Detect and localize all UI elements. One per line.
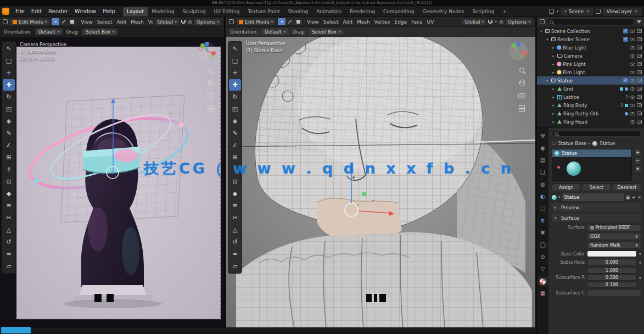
radius-x-field[interactable]: 1.000 — [587, 268, 637, 274]
outliner-row-ring-head[interactable]: ▸ Ring Head — [537, 118, 644, 126]
menu-edit[interactable]: Edit — [28, 8, 45, 14]
menu-select[interactable]: Select — [95, 19, 115, 25]
loop-cut-tool[interactable]: ≡ — [229, 200, 241, 211]
annotate-tool[interactable]: ✎ — [3, 127, 15, 139]
material-browse-icon[interactable] — [552, 195, 557, 200]
add-workspace-button[interactable]: + — [499, 7, 511, 16]
tab-modifiers[interactable]: ⚙ — [538, 216, 548, 225]
render-visibility-icon[interactable] — [637, 29, 642, 33]
preview-section-header[interactable]: ▸ Preview — [552, 203, 641, 211]
new-material-icon[interactable]: + — [632, 194, 636, 200]
radius-y-field[interactable]: 0.200 — [587, 275, 637, 281]
tweak-select-tool[interactable]: ↖ — [3, 43, 15, 54]
eye-icon[interactable] — [630, 87, 635, 91]
tab-render[interactable]: ◉ — [538, 144, 548, 153]
orientation-setting-dropdown[interactable]: Default ▾ — [261, 29, 289, 35]
knife-tool[interactable]: ✂ — [229, 212, 241, 224]
tab-output[interactable]: ▤ — [538, 156, 548, 165]
tab-layout[interactable]: Layout — [123, 7, 148, 16]
tab-constraints[interactable]: ⊖ — [538, 253, 548, 261]
zoom-icon[interactable] — [519, 68, 524, 73]
camera-view-icon[interactable] — [518, 93, 525, 98]
menu-render[interactable]: Render — [45, 8, 71, 14]
properties-search-input[interactable] — [552, 130, 641, 137]
shear-tool[interactable]: ▱ — [3, 260, 15, 272]
orientation-setting-dropdown[interactable]: Default ▾ — [35, 29, 63, 35]
expand-caret-icon[interactable]: ▸ — [551, 54, 556, 58]
bevel-tool[interactable]: ◆ — [3, 188, 15, 199]
render-visibility-icon[interactable] — [637, 70, 642, 74]
mode-dropdown[interactable]: Edit Mode ▾ — [10, 19, 49, 25]
expand-caret-icon[interactable]: ▸ — [551, 70, 556, 75]
checkbox-icon[interactable]: ✓ — [623, 37, 628, 42]
poly-build-tool[interactable]: △ — [3, 224, 15, 236]
tab-object[interactable]: □ — [538, 204, 548, 213]
unlink-icon[interactable]: × — [637, 194, 641, 200]
radius-z-field[interactable]: 0.100 — [587, 282, 637, 288]
render-visibility-icon[interactable] — [637, 112, 642, 115]
orientation-dropdown[interactable]: Global ▾ — [155, 19, 179, 25]
edge-select-button[interactable] — [60, 18, 68, 25]
menu-edge[interactable]: Edge — [393, 19, 410, 25]
expand-caret-icon[interactable]: ▸ — [551, 46, 556, 50]
editor-type-icon[interactable] — [3, 19, 8, 24]
poly-build-tool[interactable]: △ — [229, 224, 241, 236]
select-box-tool[interactable]: □ — [3, 55, 15, 66]
move-tool[interactable]: ✚ — [3, 79, 15, 91]
navigation-gizmo[interactable] — [508, 41, 528, 61]
menu-vertex[interactable]: Vertex — [146, 19, 153, 25]
expand-caret-icon[interactable]: ▸ — [551, 112, 556, 116]
subsurface-color-field[interactable] — [587, 290, 641, 297]
inset-faces-tool[interactable]: ⊡ — [3, 176, 15, 187]
cursor-tool[interactable]: + — [3, 67, 15, 79]
outliner-row-camera[interactable]: ▸ Camera — [537, 52, 644, 60]
render-visibility-icon[interactable] — [637, 95, 642, 99]
bevel-tool[interactable]: ◆ — [229, 188, 241, 199]
outliner-row-ring-body[interactable]: ▸ Ring Body 2 — [537, 101, 644, 109]
select-box-dropdown[interactable]: Select Box ▾ — [309, 29, 344, 35]
add-cube-tool[interactable]: ⊞ — [3, 152, 15, 163]
smooth-tool[interactable]: ≈ — [3, 248, 15, 260]
menu-view[interactable]: View — [305, 19, 321, 25]
chevron-down-icon[interactable]: ▾ — [557, 9, 559, 14]
tab-compositing[interactable]: Compositing — [379, 7, 418, 16]
render-visibility-icon[interactable] — [637, 54, 642, 58]
tab-shading[interactable]: Shading — [284, 7, 313, 16]
expand-caret-icon[interactable]: ▾ — [545, 79, 550, 83]
viewlayer-selector[interactable]: ViewLayer × — [603, 8, 641, 15]
viewlayer-browse-icon[interactable] — [596, 9, 601, 14]
add-slot-button[interactable]: + — [634, 149, 641, 156]
tab-physics[interactable]: ◯ — [538, 241, 548, 249]
filter-icon[interactable] — [637, 20, 641, 24]
tab-sculpting[interactable]: Sculpting — [179, 7, 210, 16]
tab-scene[interactable]: ◍ — [538, 180, 548, 189]
subsurface-value-slider[interactable]: 0.000 — [587, 259, 637, 266]
proportional-edit-icon[interactable]: ◎ — [188, 19, 192, 25]
options-dropdown[interactable]: Options ▾ — [506, 19, 533, 25]
tab-object-data[interactable]: ▽ — [538, 265, 548, 274]
render-visibility-icon[interactable] — [637, 37, 642, 41]
render-visibility-icon[interactable] — [637, 79, 642, 82]
base-color-swatch[interactable] — [587, 250, 637, 257]
expand-caret-icon[interactable]: ▾ — [539, 29, 544, 34]
eye-icon[interactable] — [630, 104, 635, 107]
eye-icon[interactable] — [630, 30, 635, 33]
scene-selector[interactable]: ▾ Scene × — [561, 8, 593, 15]
outliner-row-statue[interactable]: ▾ Statue ✓ — [537, 76, 644, 85]
remove-slot-button[interactable]: − — [634, 157, 641, 164]
toggle-grid-icon[interactable] — [519, 105, 525, 112]
spin-tool[interactable]: ↺ — [229, 236, 241, 248]
zoom-icon[interactable] — [208, 68, 213, 73]
knife-tool[interactable]: ✂ — [3, 212, 15, 224]
render-visibility-icon[interactable] — [637, 103, 642, 107]
blender-logo-icon[interactable] — [2, 8, 9, 15]
menu-uv[interactable]: UV — [425, 19, 436, 25]
edge-select-button[interactable] — [286, 18, 294, 25]
eye-icon[interactable] — [630, 46, 635, 49]
eye-icon[interactable] — [630, 54, 635, 58]
menu-vertex[interactable]: Vertex — [372, 19, 393, 25]
render-visibility-icon[interactable] — [637, 62, 642, 66]
outliner-row-blue-light[interactable]: ▸ Blue Light — [537, 43, 644, 52]
rendered-scene-canvas[interactable] — [0, 37, 225, 327]
vertex-select-button[interactable] — [278, 18, 285, 25]
